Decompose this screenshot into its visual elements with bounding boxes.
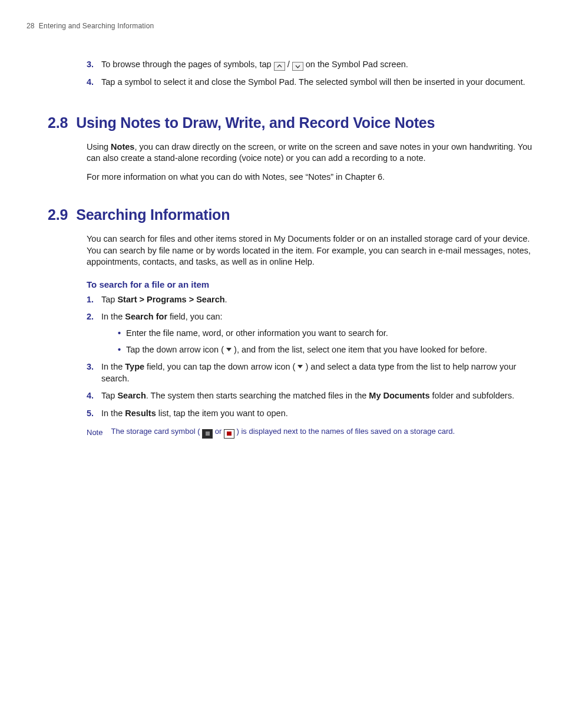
text: ), and from the list, select one item th…: [232, 345, 487, 354]
list-item: 5. In the Results list, tap the item you…: [87, 408, 535, 420]
text: Tap: [101, 295, 117, 304]
sub-bullets: Enter the file name, word, or other info…: [101, 328, 535, 355]
section-number: 2.9: [48, 205, 68, 225]
text: Tap: [101, 391, 117, 400]
text-bold: Search: [117, 391, 146, 400]
text-bold: Type: [125, 362, 144, 371]
text: Using: [87, 142, 111, 151]
list-marker: 3.: [87, 361, 94, 373]
paragraph: You can search for files and other items…: [87, 233, 535, 268]
section-title: Searching Information: [76, 205, 535, 225]
text: In the: [101, 312, 125, 321]
text: In the: [101, 409, 125, 418]
text-bold: Search for: [125, 312, 167, 321]
search-steps: 1. Tap Start > Programs > Search. 2. In …: [87, 294, 535, 420]
text: field, you can:: [167, 312, 223, 321]
note: Note The storage card symbol ( or ) is d…: [87, 426, 535, 439]
paragraph: For more information on what you can do …: [87, 172, 535, 183]
list-item: 4. Tap Search. The system then starts se…: [87, 390, 535, 402]
page-number: 28: [27, 22, 35, 30]
list-marker: 3.: [87, 59, 94, 71]
text: Tap the down arrow icon (: [126, 345, 226, 354]
separator: /: [287, 60, 292, 69]
list-item: Enter the file name, word, or other info…: [118, 328, 535, 340]
text-bold: Start > Programs > Search: [117, 295, 224, 304]
text: or: [213, 427, 224, 436]
text: The storage card symbol (: [111, 427, 202, 436]
list-marker: 4.: [87, 390, 94, 402]
page-content: 3. To browse through the pages of symbol…: [27, 59, 535, 439]
list-item: Tap the down arrow icon ( ), and from th…: [118, 344, 535, 356]
note-label: Note: [87, 427, 103, 438]
down-arrow-icon: [292, 62, 303, 71]
dropdown-arrow-icon: [226, 348, 232, 352]
list-item: 3. To browse through the pages of symbol…: [87, 59, 535, 71]
text: list, tap the item you want to open.: [156, 409, 288, 418]
section-title: Using Notes to Draw, Write, and Record V…: [76, 113, 535, 133]
storage-card-icon: [202, 429, 213, 439]
list-marker: 1.: [87, 294, 94, 306]
step-text: To browse through the pages of symbols, …: [101, 60, 274, 69]
text: , you can draw directly on the screen, o…: [87, 142, 532, 163]
storage-card-icon: [224, 429, 234, 439]
text-bold: My Documents: [369, 391, 429, 400]
text-bold: Results: [125, 409, 156, 418]
text: .: [225, 295, 227, 304]
section-heading-2-8: 2.8 Using Notes to Draw, Write, and Reco…: [48, 113, 535, 133]
chapter-title: Entering and Searching Information: [39, 22, 154, 30]
step-text: Tap a symbol to select it and close the …: [101, 77, 525, 87]
step-text: on the Symbol Pad screen.: [306, 60, 408, 69]
up-arrow-icon: [274, 62, 285, 71]
section-number: 2.8: [48, 113, 68, 133]
paragraph: Using Notes, you can draw directly on th…: [87, 141, 535, 164]
text: ) is displayed next to the names of file…: [234, 427, 455, 436]
symbol-pad-steps: 3. To browse through the pages of symbol…: [87, 59, 535, 88]
section-heading-2-9: 2.9 Searching Information: [48, 205, 535, 225]
page: 28 Entering and Searching Information 3.…: [0, 0, 562, 728]
note-text: The storage card symbol ( or ) is displa…: [111, 426, 535, 439]
running-header: 28 Entering and Searching Information: [27, 21, 535, 31]
text: field, you can tap the down arrow icon (: [144, 362, 297, 371]
list-marker: 5.: [87, 408, 94, 420]
text-bold: Notes: [111, 142, 134, 151]
list-item: 4. Tap a symbol to select it and close t…: [87, 77, 535, 88]
text: In the: [101, 362, 125, 371]
list-item: 3. In the Type field, you can tap the do…: [87, 361, 535, 384]
subheading-to-search: To search for a file or an item: [87, 279, 535, 291]
list-item: 2. In the Search for field, you can: Ent…: [87, 311, 535, 355]
list-item: 1. Tap Start > Programs > Search.: [87, 294, 535, 306]
text: folder and subfolders.: [429, 391, 514, 400]
list-marker: 2.: [87, 311, 94, 323]
list-marker: 4.: [87, 77, 94, 88]
text: . The system then starts searching the m…: [146, 391, 369, 400]
